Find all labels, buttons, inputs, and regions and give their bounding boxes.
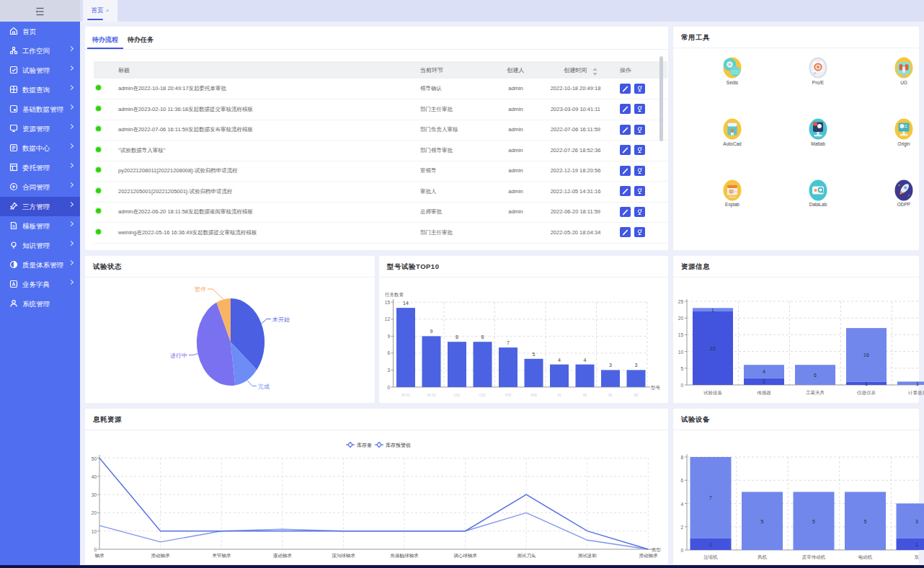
svg-text:5: 5 (812, 519, 815, 524)
svg-text:6: 6 (814, 373, 817, 378)
svg-text:1: 1 (709, 542, 712, 547)
svg-text:5: 5 (533, 352, 536, 357)
svg-text:CS2: CS2 (479, 394, 486, 397)
svg-text:XH6: XH6 (530, 394, 537, 397)
svg-text:6: 6 (680, 478, 683, 483)
svg-text:8: 8 (680, 455, 683, 460)
svg-text:3: 3 (387, 368, 390, 373)
svg-text:试验设备: 试验设备 (703, 390, 723, 396)
svg-text:XF-02: XF-02 (427, 394, 436, 397)
svg-text:40: 40 (92, 474, 97, 479)
svg-text:关节轴承: 关节轴承 (212, 553, 231, 559)
svg-text:电动机: 电动机 (858, 554, 873, 560)
svg-text:9: 9 (387, 334, 390, 339)
svg-text:3: 3 (635, 363, 638, 368)
svg-text:0: 0 (94, 547, 97, 552)
svg-text:风机: 风机 (758, 554, 768, 559)
svg-text:0: 0 (680, 548, 683, 553)
svg-text:4: 4 (584, 358, 587, 363)
svg-text:10: 10 (92, 529, 97, 534)
svg-text:0: 0 (387, 385, 390, 390)
svg-text:计量器具: 计量器具 (908, 390, 924, 396)
svg-text:传感器: 传感器 (757, 390, 771, 396)
svg-text:测试刀头: 测试刀头 (517, 553, 536, 559)
svg-text:未开始: 未开始 (272, 316, 290, 323)
svg-text:库存预警值: 库存预警值 (386, 443, 411, 448)
svg-text:CS1: CS1 (454, 394, 461, 397)
svg-text:深沟球轴承: 深沟球轴承 (332, 553, 355, 559)
svg-text:1: 1 (711, 308, 714, 313)
svg-text:20: 20 (678, 316, 684, 321)
svg-text:20: 20 (92, 510, 97, 515)
svg-text:5: 5 (864, 519, 867, 524)
svg-text:1: 1 (915, 542, 918, 547)
svg-text:16: 16 (863, 352, 869, 358)
svg-text:3: 3 (609, 363, 612, 368)
svg-text:A2: A2 (583, 394, 587, 397)
svg-text:2: 2 (680, 525, 683, 530)
svg-text:滑动轴承: 滑动轴承 (639, 553, 658, 559)
svg-text:3: 3 (915, 519, 918, 524)
svg-text:15: 15 (678, 332, 684, 337)
svg-text:任务数量: 任务数量 (384, 292, 404, 297)
svg-text:7: 7 (507, 340, 510, 345)
svg-text:4: 4 (763, 369, 765, 374)
svg-text:22: 22 (710, 346, 716, 351)
svg-text:1: 1 (865, 381, 868, 386)
svg-text:XF-01: XF-01 (401, 394, 411, 397)
svg-text:5: 5 (680, 366, 683, 371)
svg-text:仪器仪表: 仪器仪表 (857, 390, 876, 396)
svg-text:6: 6 (387, 350, 390, 355)
svg-text:30: 30 (92, 492, 97, 497)
svg-text:14: 14 (403, 301, 409, 306)
svg-text:类型: 类型 (652, 547, 662, 552)
svg-text:8: 8 (481, 334, 484, 340)
svg-text:皮带传动机: 皮带传动机 (802, 554, 826, 560)
svg-text:压缩机: 压缩机 (703, 554, 718, 560)
svg-text:液动轴承: 液动轴承 (273, 553, 293, 559)
svg-text:库存量: 库存量 (357, 443, 372, 448)
svg-text:50: 50 (92, 456, 97, 461)
svg-text:12: 12 (385, 316, 391, 321)
svg-text:XH5: XH5 (505, 394, 512, 397)
svg-text:0: 0 (680, 383, 683, 388)
svg-text:1: 1 (916, 381, 919, 386)
svg-text:9: 9 (430, 329, 433, 334)
svg-text:轴承: 轴承 (95, 553, 105, 559)
svg-text:25: 25 (678, 299, 684, 304)
svg-text:暂停: 暂停 (195, 286, 206, 293)
svg-text:8: 8 (456, 334, 458, 340)
svg-text:4: 4 (558, 358, 561, 363)
svg-text:调心球轴承: 调心球轴承 (453, 553, 477, 559)
svg-text:10: 10 (678, 350, 684, 355)
svg-text:5: 5 (761, 519, 764, 524)
svg-text:15: 15 (385, 300, 391, 305)
svg-text:4: 4 (680, 502, 683, 507)
svg-text:泵: 泵 (914, 554, 920, 559)
svg-text:7: 7 (709, 495, 712, 500)
svg-text:B1: B1 (608, 394, 613, 397)
svg-text:滑动轴承: 滑动轴承 (151, 553, 171, 559)
svg-text:B2: B2 (634, 394, 639, 397)
svg-text:型号: 型号 (651, 385, 661, 390)
svg-text:2: 2 (763, 379, 765, 384)
svg-text:测试滚刷: 测试滚刷 (578, 553, 598, 559)
svg-text:完成: 完成 (258, 383, 270, 390)
svg-text:工装夹具: 工装夹具 (806, 390, 825, 395)
svg-text:角接触球轴承: 角接触球轴承 (391, 553, 419, 559)
svg-text:进行中: 进行中 (170, 352, 187, 359)
svg-text:A1: A1 (557, 394, 561, 397)
